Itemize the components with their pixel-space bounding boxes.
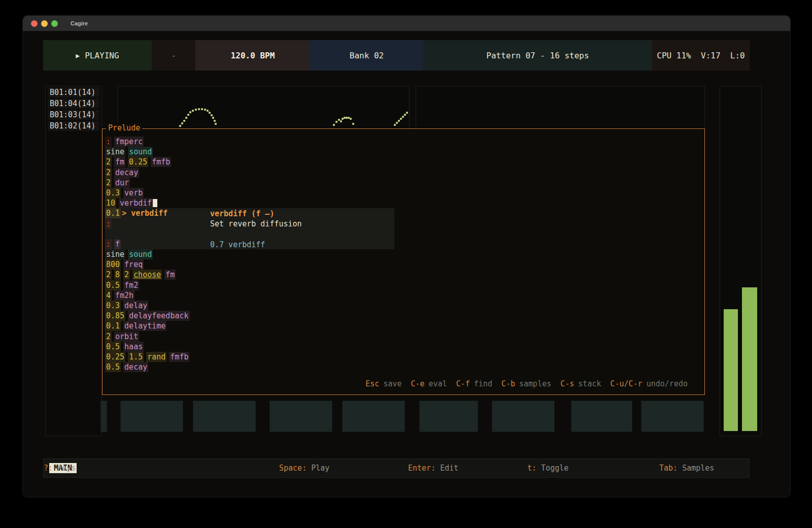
transport-segment-bpm[interactable]: 120.0 BPM: [195, 40, 310, 71]
editor-line[interactable]: 0.5fm2: [105, 280, 190, 290]
token: 0.3: [105, 188, 121, 198]
step-pad[interactable]: [419, 401, 478, 432]
token: fmfb: [151, 157, 171, 167]
token: orbit: [114, 332, 139, 342]
token: verb: [123, 188, 144, 198]
shortcut-toggle: t: Toggle: [527, 464, 568, 473]
editor-line[interactable]: 0.3delay: [105, 301, 190, 311]
help-label: find: [474, 379, 492, 388]
token: 4: [105, 290, 112, 301]
transport-segment-playing[interactable]: ▶PLAYING: [43, 40, 152, 71]
editor-lines[interactable]: :fmpercsinesound2fm0.25fmfb2decay2dur0.3…: [105, 137, 190, 372]
token: rand: [146, 352, 166, 362]
token: haas: [123, 342, 144, 352]
autocomplete-selected-item: > verbdiff: [121, 208, 168, 218]
shortcut-play: Space: Play: [279, 464, 329, 473]
text-cursor: [153, 199, 157, 207]
app-content: ▶PLAYING-120.0 BPMBank 02Pattern 07 - 16…: [23, 31, 790, 497]
step-pad[interactable]: [120, 401, 183, 432]
transport-segment-spacer[interactable]: -: [152, 40, 195, 71]
token: 0.85: [105, 311, 125, 321]
step-pad[interactable]: [342, 401, 405, 432]
transport-label-playing: PLAYING: [85, 51, 119, 60]
step-pad[interactable]: [641, 401, 704, 432]
step-pad[interactable]: [571, 401, 632, 432]
token: 0.3: [105, 301, 121, 311]
editor-line[interactable]: :f: [105, 239, 190, 249]
help-key: C-f: [456, 379, 470, 388]
editor-line[interactable]: 2decay: [105, 168, 190, 178]
pattern-slot[interactable]: B01:02(14): [48, 121, 99, 131]
pattern-list: B01:01(14)B01:04(14)B01:03(14)B01:02(14): [45, 86, 102, 436]
pattern-slot[interactable]: B01:01(14): [48, 87, 99, 97]
token: verbdif: [119, 198, 153, 208]
pattern-slot[interactable]: B01:04(14): [48, 98, 99, 109]
editor-line[interactable]: 0.85delayfeedback: [105, 311, 190, 321]
shortcut-edit: Enter: Edit: [408, 464, 458, 473]
doc-blank-row: [210, 229, 302, 239]
token: 2: [123, 270, 130, 280]
editor-line[interactable]: sinesound: [105, 147, 190, 157]
editor-line[interactable]: 0.3verb: [105, 188, 190, 198]
help-item: Escsave: [365, 379, 401, 388]
token: 0.25: [128, 157, 148, 167]
step-pad[interactable]: [100, 401, 107, 432]
editor-line[interactable]: 282choosefm: [105, 270, 190, 280]
help-label: samples: [519, 379, 551, 388]
editor-line[interactable]: sinesound: [105, 249, 190, 259]
token: sine: [105, 249, 125, 259]
app-window: Cagire ▶PLAYING-120.0 BPMBank 02Pattern …: [22, 15, 791, 498]
token: 0.5: [105, 342, 121, 352]
token: delaytime: [123, 321, 166, 331]
token: freq: [123, 259, 144, 270]
pattern-slot[interactable]: B01:03(14): [48, 110, 99, 120]
editor-line[interactable]: 0.1> verbdiff: [105, 208, 190, 218]
window-title: Cagire: [71, 20, 88, 26]
close-button[interactable]: [31, 20, 38, 27]
token: decay: [114, 168, 139, 178]
shortcut-key: Tab:: [659, 464, 682, 473]
transport-label-spacer: -: [171, 51, 176, 60]
zoom-button[interactable]: [51, 20, 58, 27]
editor-line[interactable]: 2orbit: [105, 332, 190, 342]
transport-segment-stats[interactable]: CPU 11% V:17 L:0: [652, 40, 750, 71]
transport-label-stats: CPU 11% V:17 L:0: [657, 51, 745, 60]
editor-line[interactable]: :: [105, 219, 190, 229]
step-pad-row: [23, 401, 762, 432]
play-icon: ▶: [76, 52, 80, 59]
token: 2: [105, 270, 112, 280]
token: 2: [105, 332, 112, 342]
editor-overlay[interactable]: Prelude verbdiff (f —) Set reverb diffus…: [102, 128, 705, 395]
transport-label-bank: Bank 02: [350, 51, 384, 60]
transport-label-bpm: 120.0 BPM: [231, 51, 275, 60]
help-item: C-bsamples: [501, 379, 551, 388]
step-pad[interactable]: [193, 401, 256, 432]
editor-line[interactable]: 0.5decay: [105, 362, 190, 372]
vu-meter: [720, 86, 762, 436]
transport-segment-pattern[interactable]: Pattern 07 - 16 steps: [423, 40, 652, 71]
editor-line[interactable]: 10verbdif: [105, 198, 190, 208]
token: 8: [114, 270, 121, 280]
editor-line[interactable]: 0.1delaytime: [105, 321, 190, 331]
editor-line[interactable]: 2fm0.25fmfb: [105, 157, 190, 167]
shortcut-label: Keys: [57, 464, 76, 473]
function-example: 0.7 verbdiff: [210, 240, 302, 250]
editor-line[interactable]: [105, 229, 190, 239]
token: 0.25: [105, 352, 125, 362]
minimize-button[interactable]: [41, 20, 48, 27]
help-key: Esc: [365, 379, 379, 388]
editor-line[interactable]: 800freq: [105, 259, 190, 270]
token: :: [105, 239, 112, 249]
step-pad[interactable]: [492, 401, 555, 432]
editor-line[interactable]: :fmperc: [105, 137, 190, 147]
token: dur: [114, 178, 130, 188]
token: 2: [105, 178, 112, 188]
editor-line[interactable]: 0.5haas: [105, 342, 190, 352]
editor-line[interactable]: 4fm2h: [105, 290, 190, 301]
transport-segment-bank[interactable]: Bank 02: [310, 40, 423, 71]
token: sine: [105, 147, 125, 157]
editor-line[interactable]: 0.251.5randfmfb: [105, 352, 190, 362]
token: fm: [114, 157, 125, 167]
step-pad[interactable]: [269, 401, 332, 432]
editor-line[interactable]: 2dur: [105, 178, 190, 188]
